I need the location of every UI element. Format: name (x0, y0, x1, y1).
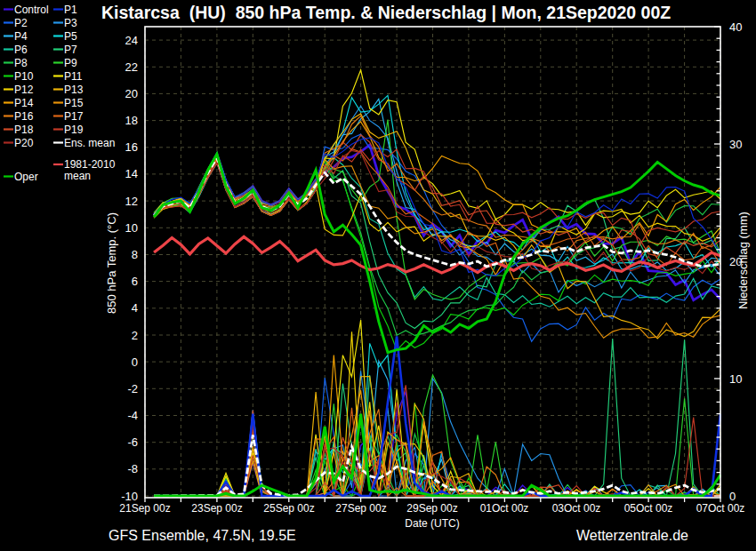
svg-text:01Oct 00z: 01Oct 00z (480, 502, 529, 515)
svg-text:05Oct 00z: 05Oct 00z (624, 502, 673, 515)
svg-text:P4: P4 (14, 30, 28, 43)
svg-text:P6: P6 (14, 44, 28, 56)
svg-text:29Sep 00z: 29Sep 00z (406, 502, 457, 515)
svg-text:12: 12 (125, 195, 138, 208)
svg-text:850 hPa Temp. (°C): 850 hPa Temp. (°C) (105, 212, 118, 314)
svg-text:4: 4 (132, 301, 138, 315)
svg-text:P5: P5 (64, 30, 77, 43)
svg-text:Niederschlag (mm): Niederschlag (mm) (736, 212, 750, 309)
svg-text:P3: P3 (64, 17, 77, 29)
svg-text:24: 24 (125, 34, 138, 47)
svg-text:Control: Control (14, 4, 49, 16)
svg-text:GFS Ensemble, 47.5N, 19.5E: GFS Ensemble, 47.5N, 19.5E (109, 528, 296, 543)
svg-text:23Sep 00z: 23Sep 00z (191, 502, 242, 515)
svg-text:22: 22 (125, 60, 138, 74)
svg-text:-8: -8 (127, 462, 138, 475)
svg-text:Oper: Oper (14, 171, 38, 183)
svg-text:Kistarcsa (HU) 850 hPa Temp.: Kistarcsa (HU) 850 hPa Temp. & Niedersch… (101, 3, 671, 22)
svg-text:-10: -10 (121, 490, 138, 503)
svg-text:25Sep 00z: 25Sep 00z (263, 502, 314, 515)
svg-text:P1: P1 (64, 4, 77, 16)
svg-text:P7: P7 (64, 44, 77, 56)
svg-text:07Oct 00z: 07Oct 00z (696, 502, 745, 515)
svg-text:14: 14 (125, 167, 138, 180)
svg-text:Date (UTC): Date (UTC) (405, 517, 459, 530)
svg-text:-4: -4 (127, 409, 138, 422)
svg-text:Ens. mean: Ens. mean (64, 137, 115, 149)
svg-text:P14: P14 (14, 97, 34, 109)
svg-text:P15: P15 (64, 97, 84, 109)
svg-text:P17: P17 (64, 110, 84, 123)
svg-text:27Sep 00z: 27Sep 00z (335, 502, 386, 515)
svg-text:P12: P12 (14, 84, 34, 96)
svg-text:0: 0 (729, 490, 736, 503)
svg-text:21Sep 00z: 21Sep 00z (119, 502, 170, 515)
svg-text:18: 18 (125, 114, 138, 127)
svg-text:mean: mean (64, 170, 91, 182)
svg-text:P11: P11 (64, 70, 83, 83)
svg-text:2: 2 (132, 329, 138, 342)
svg-text:P2: P2 (14, 17, 28, 29)
svg-text:1981-2010: 1981-2010 (64, 158, 116, 171)
svg-text:10: 10 (729, 372, 742, 386)
svg-text:P13: P13 (64, 84, 84, 96)
svg-text:P20: P20 (14, 137, 34, 149)
svg-text:P18: P18 (14, 124, 34, 136)
svg-text:40: 40 (729, 20, 742, 34)
svg-text:0: 0 (132, 355, 138, 369)
svg-text:-6: -6 (127, 435, 138, 449)
svg-text:P10: P10 (14, 70, 34, 83)
svg-text:10: 10 (125, 221, 138, 235)
svg-text:30: 30 (729, 138, 742, 151)
svg-text:P16: P16 (14, 110, 34, 123)
svg-text:P8: P8 (14, 57, 28, 69)
svg-text:P19: P19 (64, 124, 84, 136)
svg-text:20: 20 (125, 87, 138, 100)
svg-text:03Oct 00z: 03Oct 00z (552, 502, 601, 515)
svg-text:6: 6 (132, 275, 138, 288)
svg-text:-2: -2 (127, 382, 138, 395)
svg-text:P9: P9 (64, 57, 77, 69)
svg-text:16: 16 (125, 140, 138, 154)
svg-text:Wetterzentrale.de: Wetterzentrale.de (576, 528, 688, 543)
svg-text:8: 8 (132, 248, 138, 261)
